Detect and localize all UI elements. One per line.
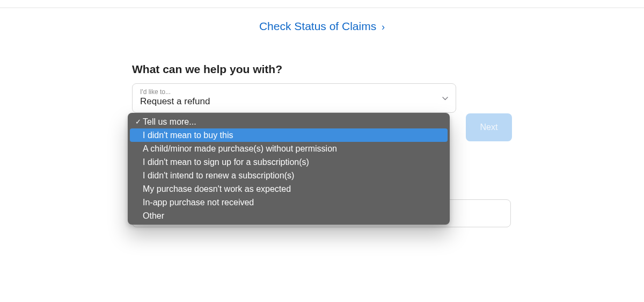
- reason-dropdown[interactable]: ✓Tell us more...I didn't mean to buy thi…: [128, 113, 450, 225]
- dropdown-option[interactable]: I didn't mean to buy this: [130, 128, 448, 142]
- next-button[interactable]: Next: [466, 113, 512, 141]
- check-status-text: Check Status of Claims: [259, 20, 376, 32]
- request-type-select[interactable]: I'd like to... Request a refund: [132, 83, 456, 113]
- chevron-right-icon: ›: [382, 21, 385, 33]
- dropdown-option[interactable]: A child/minor made purchase(s) without p…: [130, 142, 448, 155]
- dropdown-option-label: My purchase doesn't work as expected: [143, 184, 442, 194]
- chevron-down-icon: [442, 95, 448, 102]
- dropdown-option[interactable]: In-app purchase not received: [130, 196, 448, 209]
- dropdown-option-label: Other: [143, 211, 442, 221]
- page-heading: What can we help you with?: [132, 63, 512, 76]
- dropdown-option-label: In-app purchase not received: [143, 198, 442, 207]
- dropdown-option[interactable]: I didn't intend to renew a subscription(…: [130, 169, 448, 182]
- request-type-value: Request a refund: [140, 96, 448, 107]
- dropdown-option-label: A child/minor made purchase(s) without p…: [143, 144, 442, 154]
- top-divider: [0, 8, 644, 8]
- dropdown-option[interactable]: I didn't mean to sign up for a subscript…: [130, 155, 448, 169]
- dropdown-option-label: Tell us more...: [143, 117, 442, 127]
- dropdown-option[interactable]: My purchase doesn't work as expected: [130, 182, 448, 196]
- dropdown-option[interactable]: Other: [130, 209, 448, 222]
- dropdown-option-label: I didn't mean to sign up for a subscript…: [143, 157, 442, 167]
- check-icon: ✓: [133, 118, 143, 126]
- check-status-link[interactable]: Check Status of Claims ›: [259, 20, 385, 32]
- dropdown-option-label: I didn't mean to buy this: [143, 131, 442, 140]
- header-link-row: Check Status of Claims ›: [0, 20, 644, 33]
- form-content: What can we help you with? I'd like to..…: [132, 63, 512, 113]
- request-type-label: I'd like to...: [140, 88, 448, 96]
- dropdown-option-label: I didn't intend to renew a subscription(…: [143, 171, 442, 181]
- dropdown-option-placeholder[interactable]: ✓Tell us more...: [130, 115, 448, 128]
